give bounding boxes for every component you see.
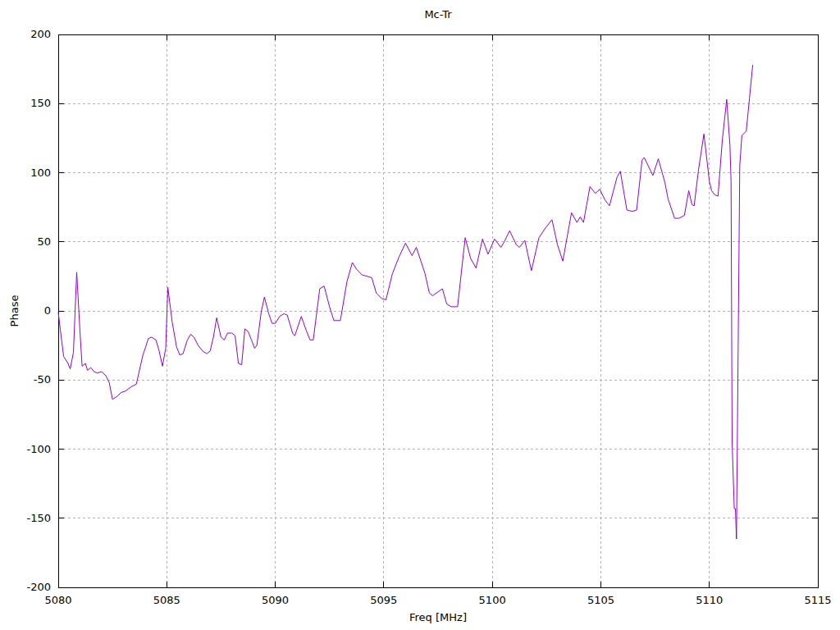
x-axis-label: Freq [MHz]: [356, 611, 520, 623]
x-tick-label: 5090: [243, 594, 308, 606]
chart-canvas: Mc-Tr Phase Freq [MHz] 50805085509050955…: [0, 0, 840, 630]
x-tick-label: 5080: [25, 594, 91, 606]
x-tick-label: 5110: [677, 594, 742, 606]
y-tick-label: -100: [0, 443, 51, 455]
x-tick-label: 5115: [785, 594, 840, 606]
x-tick-label: 5100: [459, 594, 525, 606]
y-tick-label: 50: [0, 235, 51, 248]
chart-title: Mc-Tr: [356, 8, 520, 21]
y-tick-label: 0: [0, 304, 51, 317]
data-line-Mc-Tr: [58, 65, 753, 539]
plot-area: [0, 0, 840, 630]
x-tick-label: 5105: [568, 594, 633, 606]
x-tick-label: 5095: [351, 594, 417, 606]
y-tick-label: -150: [0, 512, 51, 524]
x-tick-label: 5085: [134, 594, 199, 606]
y-tick-label: 100: [0, 167, 51, 179]
y-tick-label: -200: [0, 581, 51, 593]
y-tick-label: 150: [0, 97, 51, 109]
y-tick-label: 200: [0, 28, 51, 40]
y-tick-label: -50: [0, 373, 51, 386]
